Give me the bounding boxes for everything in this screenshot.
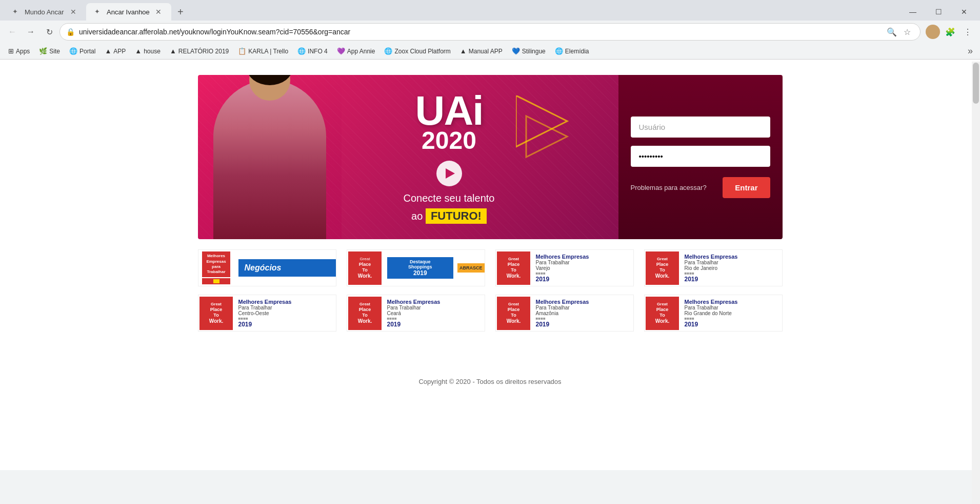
badge-co-text: Melhores Empresas Para Trabalhar Centro-… — [238, 299, 336, 328]
tab-close-2[interactable]: ✕ — [154, 7, 163, 16]
copyright-text: Copyright © 2020 - Todos os direitos res… — [418, 378, 561, 385]
bookmarks-bar: ⊞ Apps 🌿 Site 🌐 Portal ▲ APP ▲ house ▲ R… — [0, 43, 980, 60]
scrollbar-track[interactable] — [972, 62, 980, 504]
house-bookmark-icon: ▲ — [135, 47, 142, 55]
stilingue-bookmark-icon: 💙 — [512, 47, 520, 55]
tab-title-2: Ancar Ivanhoe — [107, 8, 150, 16]
bookmark-stilingue[interactable]: 💙 Stilingue — [508, 46, 550, 56]
tab-favicon-1: ✦ — [12, 8, 21, 16]
tab-title-1: Mundo Ancar — [25, 8, 65, 16]
bookmark-star-icon[interactable]: ☆ — [901, 25, 914, 38]
tab-mundo-ancar[interactable]: ✦ Mundo Ancar ✕ — [4, 3, 86, 21]
tab-ancar-ivanhoe[interactable]: ✦ Ancar Ivanhoe ✕ — [86, 3, 171, 21]
entrar-button[interactable]: Entrar — [723, 177, 770, 198]
page-content: UAi 2020 Conecte seu talento ao FUTURO! … — [0, 60, 980, 470]
bookmark-apps[interactable]: ⊞ Apps — [4, 46, 34, 56]
url-text: universidadeancar.afferolab.net/youknow/… — [79, 28, 881, 36]
badge-amazonia-text: Melhores Empresas Para Trabalhar Amazôni… — [536, 299, 633, 328]
forward-button[interactable]: → — [23, 24, 39, 40]
bookmark-elemidia[interactable]: 🌐 Elemídia — [551, 46, 593, 56]
page-footer: Copyright © 2020 - Todos os direitos res… — [403, 362, 576, 401]
bookmark-stilingue-label: Stilingue — [522, 48, 546, 55]
bookmark-zoox-label: Zoox Cloud Platform — [394, 48, 450, 55]
badges-section: MelhoresEmpresaspara Trabalhar Negócios … — [198, 249, 783, 332]
bookmark-house[interactable]: ▲ house — [131, 46, 165, 56]
bookmark-appannie-label: App Annie — [347, 48, 375, 55]
bookmark-info4-label: INFO 4 — [308, 48, 328, 55]
hero-subtitle-line1: Conecte seu talento — [404, 192, 495, 204]
person-figure — [213, 80, 326, 239]
badge-ceara-text: Melhores Empresas Para Trabalhar Ceará ■… — [387, 299, 485, 328]
refresh-button[interactable]: ↻ — [41, 24, 57, 40]
app-bookmark-icon: ▲ — [105, 47, 111, 55]
bookmark-info4[interactable]: 🌐 INFO 4 — [293, 46, 332, 56]
elemidia-bookmark-icon: 🌐 — [555, 47, 563, 55]
bookmark-relatorio[interactable]: ▲ RELATÓRIO 2019 — [166, 46, 233, 56]
bookmark-portal[interactable]: 🌐 Portal — [65, 46, 99, 56]
more-bookmarks-button[interactable]: » — [965, 44, 976, 58]
bookmark-manualapp-label: Manual APP — [469, 48, 503, 55]
hero-left: UAi 2020 Conecte seu talento ao FUTURO! — [198, 75, 618, 239]
badge-ceara-img: Great Place To Work. — [347, 295, 383, 331]
hero-logo-text: UAi — [404, 90, 495, 131]
bookmark-karla[interactable]: 📋 KARLA | Trello — [234, 46, 292, 56]
bookmark-zoox[interactable]: 🌐 Zoox Cloud Platform — [380, 46, 454, 56]
info4-bookmark-icon: 🌐 — [297, 47, 306, 55]
minimize-button[interactable]: — — [901, 5, 925, 19]
password-input[interactable] — [631, 146, 770, 167]
scrollbar-thumb[interactable] — [973, 63, 979, 104]
badge-varejo-img: Great Place To Work. — [496, 250, 532, 286]
badge-destaque-shoppings: Great Place To Work. DestaqueShoppings20… — [347, 249, 485, 286]
badge-negocios-img: MelhoresEmpresaspara Trabalhar — [198, 250, 234, 286]
hero-play-button[interactable] — [436, 161, 462, 186]
address-bar[interactable]: 🔒 universidadeancar.afferolab.net/youkno… — [59, 23, 921, 41]
close-button[interactable]: ✕ — [952, 5, 976, 19]
karla-bookmark-icon: 📋 — [238, 47, 246, 55]
search-icon[interactable]: 🔍 — [885, 25, 898, 38]
avatar — [926, 25, 940, 39]
badge-co-img: Great Place To Work. — [198, 295, 234, 331]
bookmark-house-label: house — [144, 48, 161, 55]
badge-ceara: Great Place To Work. Melhores Empresas P… — [347, 295, 485, 332]
abrasce-badge: ABRASCE — [457, 263, 485, 273]
zoox-bookmark-icon: 🌐 — [384, 47, 392, 55]
profile-icon[interactable] — [925, 24, 941, 40]
login-bottom-bar: Problemas para acessar? Entrar — [631, 177, 770, 198]
bookmark-app[interactable]: ▲ APP — [101, 46, 130, 56]
tab-favicon-2: ✦ — [94, 8, 103, 16]
username-input[interactable] — [631, 117, 770, 138]
portal-bookmark-icon: 🌐 — [69, 47, 77, 55]
badge-amazonia-img: Great Place To Work. — [496, 295, 532, 331]
hero-subtitle-line2: ao FUTURO! — [404, 206, 495, 224]
svg-marker-0 — [516, 95, 567, 147]
extensions-icon[interactable]: 🧩 — [942, 24, 958, 40]
maximize-button[interactable]: ☐ — [927, 5, 950, 19]
badge-rgn-img: Great Place To Work. — [645, 295, 681, 331]
bookmark-manualapp[interactable]: ▲ Manual APP — [456, 46, 507, 56]
bookmark-appannie[interactable]: 💜 App Annie — [333, 46, 379, 56]
badge-negocios-text: Negócios — [238, 259, 336, 277]
secure-icon: 🔒 — [66, 28, 75, 36]
badge-rio-de-janeiro: Great Place To Work. Melhores Empresas P… — [644, 249, 783, 286]
bookmark-apps-label: Apps — [16, 48, 30, 55]
badge-rj-text: Melhores Empresas Para Trabalhar Rio de … — [685, 254, 782, 283]
new-tab-button[interactable]: + — [173, 5, 188, 19]
bookmark-site[interactable]: 🌿 Site — [35, 46, 64, 56]
back-button[interactable]: ← — [4, 24, 21, 40]
browser-window: ✦ Mundo Ancar ✕ ✦ Ancar Ivanhoe ✕ + — ☐ … — [0, 0, 980, 470]
svg-marker-1 — [526, 116, 567, 157]
tab-close-1[interactable]: ✕ — [69, 7, 78, 16]
bookmark-karla-label: KARLA | Trello — [248, 48, 288, 55]
bookmark-app-label: APP — [113, 48, 126, 55]
apps-bookmark-icon: ⊞ — [8, 47, 14, 55]
badge-amazonia: Great Place To Work. Melhores Empresas P… — [495, 295, 634, 332]
badge-destaque-text: DestaqueShoppings2019 — [387, 257, 453, 279]
menu-icon[interactable]: ⋮ — [959, 24, 976, 40]
problems-text: Problemas para acessar? — [631, 184, 717, 191]
toolbar-icons: 🧩 ⋮ — [925, 24, 976, 40]
hero-center-content: UAi 2020 Conecte seu talento ao FUTURO! — [404, 90, 495, 224]
window-controls: — ☐ ✕ — [901, 5, 976, 19]
badge-gptw-img: Great Place To Work. — [347, 250, 383, 286]
hero-futuro-text: FUTURO! — [426, 208, 487, 224]
navigation-bar: ← → ↻ 🔒 universidadeancar.afferolab.net/… — [0, 21, 980, 43]
